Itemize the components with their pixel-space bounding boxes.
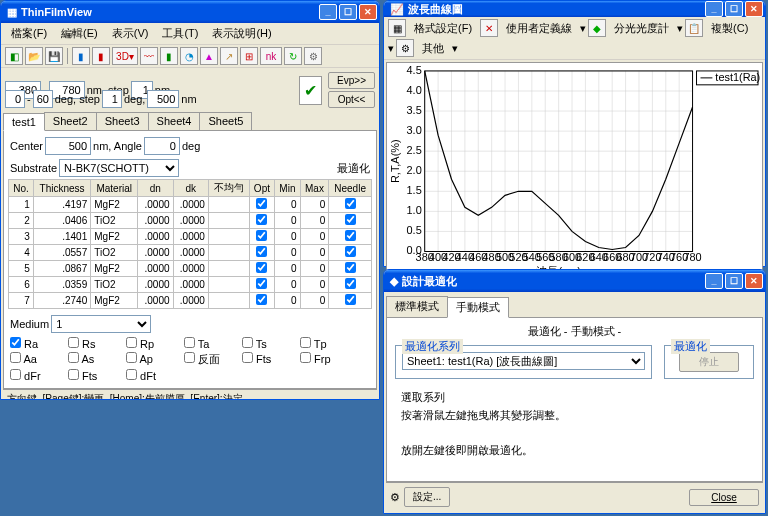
needle-check[interactable] — [345, 198, 356, 209]
tool-nk-icon[interactable]: nk — [260, 47, 282, 65]
table-row[interactable]: 2.0406TiO2.0000.000000 — [9, 213, 372, 229]
tool-arrow-icon[interactable]: ↗ — [220, 47, 238, 65]
output-check[interactable]: Aa — [10, 352, 58, 367]
opt-series-select[interactable]: Sheet1: test1(Ra) [波長曲線圖] — [402, 352, 645, 370]
col-header[interactable]: Min — [275, 180, 301, 197]
opt-check[interactable] — [256, 230, 267, 241]
opt-button[interactable]: Opt<< — [328, 91, 375, 108]
menu-edit[interactable]: 編輯(E) — [55, 25, 104, 42]
opt-minimize-button[interactable]: _ — [705, 273, 723, 289]
col-header[interactable]: Thickness — [33, 180, 90, 197]
substrate-select[interactable]: N-BK7(SCHOTT) — [59, 159, 179, 177]
col-header[interactable]: Max — [300, 180, 329, 197]
needle-check[interactable] — [345, 214, 356, 225]
output-check[interactable]: As — [68, 352, 116, 367]
opt-check[interactable] — [256, 294, 267, 305]
table-row[interactable]: 4.0557TiO2.0000.000000 — [9, 245, 372, 261]
tool-wave-icon[interactable]: 〰 — [140, 47, 158, 65]
tool-open-icon[interactable]: 📂 — [25, 47, 43, 65]
stop-button[interactable]: 停止 — [679, 352, 739, 372]
col-header[interactable]: dn — [138, 180, 173, 197]
chart-menu-userline[interactable]: 使用者定義線 — [500, 20, 578, 37]
tool-color-icon[interactable]: ▲ — [200, 47, 218, 65]
ang-end-input[interactable] — [33, 90, 53, 108]
tool-new-icon[interactable]: ◧ — [5, 47, 23, 65]
needle-check[interactable] — [345, 294, 356, 305]
chart-menu-other[interactable]: 其他 — [416, 40, 450, 57]
tool-graph-icon[interactable]: ◔ — [180, 47, 198, 65]
chart-other-icon[interactable]: ⚙ — [396, 39, 414, 57]
chart-minimize-button[interactable]: _ — [705, 1, 723, 17]
col-header[interactable]: No. — [9, 180, 34, 197]
output-check[interactable]: Fts — [242, 352, 290, 367]
opt-check[interactable] — [256, 262, 267, 273]
layer-table[interactable]: No.ThicknessMaterialdndk不均勻OptMinMaxNeed… — [8, 179, 372, 309]
output-check[interactable]: Ra — [10, 337, 58, 350]
chart-spectro-icon[interactable]: ◆ — [588, 19, 606, 37]
chart-format-icon[interactable]: ▦ — [388, 19, 406, 37]
col-header[interactable]: Material — [91, 180, 138, 197]
opt-check[interactable] — [256, 246, 267, 257]
tool-bar-icon[interactable]: ▮ — [160, 47, 178, 65]
tab-test1[interactable]: test1 — [3, 113, 45, 131]
opt-check[interactable] — [256, 278, 267, 289]
opt-close-button[interactable]: ✕ — [745, 273, 763, 289]
spectrum-chart[interactable]: 0.00.51.01.52.02.53.03.54.04.53804004204… — [386, 62, 763, 280]
output-check[interactable]: Tp — [300, 337, 348, 350]
tool-refresh-icon[interactable]: ↻ — [284, 47, 302, 65]
opt-check[interactable] — [256, 198, 267, 209]
tab-sheet5[interactable]: Sheet5 — [199, 112, 252, 130]
table-row[interactable]: 7.2740MgF2.0000.000000 — [9, 293, 372, 309]
needle-check[interactable] — [345, 278, 356, 289]
output-check[interactable]: Fts — [68, 369, 116, 382]
main-titlebar[interactable]: ▦ ThinFilmView _ ☐ ✕ — [1, 1, 379, 23]
tool-3d-icon[interactable]: 3D▾ — [112, 47, 138, 65]
chart-menu-copy[interactable]: 複製(C) — [705, 20, 754, 37]
tab-sheet2[interactable]: Sheet2 — [44, 112, 97, 130]
chart-menu-format[interactable]: 格式設定(F) — [408, 20, 478, 37]
output-check[interactable]: Rs — [68, 337, 116, 350]
menu-view[interactable]: 表示(V) — [106, 25, 155, 42]
tool-save-icon[interactable]: 💾 — [45, 47, 63, 65]
opt-close2-button[interactable]: Close — [689, 489, 759, 506]
medium-select[interactable]: 1 — [51, 315, 151, 333]
chart-titlebar[interactable]: 📈 波長曲線圖 _ ☐ ✕ — [384, 1, 765, 17]
close-button[interactable]: ✕ — [359, 4, 377, 20]
ang-start-input[interactable] — [5, 90, 25, 108]
output-check[interactable]: Ap — [126, 352, 174, 367]
tab-manual[interactable]: 手動模式 — [447, 297, 509, 318]
needle-check[interactable] — [345, 230, 356, 241]
col-header[interactable]: 不均勻 — [208, 180, 249, 197]
menu-file[interactable]: 檔案(F) — [5, 25, 53, 42]
tab-standard[interactable]: 標準模式 — [386, 296, 448, 317]
settings-button[interactable]: 設定... — [404, 487, 450, 507]
chart-maximize-button[interactable]: ☐ — [725, 1, 743, 17]
tool-chart2-icon[interactable]: ▮ — [92, 47, 110, 65]
center-input[interactable] — [45, 137, 91, 155]
evp-button[interactable]: Evp>> — [328, 72, 375, 89]
col-header[interactable]: Opt — [249, 180, 275, 197]
opt-check[interactable] — [256, 214, 267, 225]
menu-help[interactable]: 表示說明(H) — [206, 25, 277, 42]
table-row[interactable]: 6.0359TiO2.0000.000000 — [9, 277, 372, 293]
tool-gear-icon[interactable]: ⚙ — [304, 47, 322, 65]
output-check[interactable]: dFt — [126, 369, 174, 382]
menu-tools[interactable]: 工具(T) — [156, 25, 204, 42]
output-check[interactable]: Ta — [184, 337, 232, 350]
chart-copy-icon[interactable]: 📋 — [685, 19, 703, 37]
ang-step-input[interactable] — [102, 90, 122, 108]
opt-titlebar[interactable]: ◆ 設計最適化 _ ☐ ✕ — [384, 270, 765, 292]
tab-sheet4[interactable]: Sheet4 — [148, 112, 201, 130]
tool-sample-icon[interactable]: ⊞ — [240, 47, 258, 65]
table-row[interactable]: 5.0867MgF2.0000.000000 — [9, 261, 372, 277]
chart-close-button[interactable]: ✕ — [745, 1, 763, 17]
output-check[interactable]: Rp — [126, 337, 174, 350]
opt-maximize-button[interactable]: ☐ — [725, 273, 743, 289]
tab-sheet3[interactable]: Sheet3 — [96, 112, 149, 130]
col-header[interactable]: dk — [173, 180, 208, 197]
check-indicator[interactable]: ✔ — [299, 76, 322, 105]
maximize-button[interactable]: ☐ — [339, 4, 357, 20]
chart-menu-spectro[interactable]: 分光光度計 — [608, 20, 675, 37]
needle-check[interactable] — [345, 246, 356, 257]
output-check[interactable]: Ts — [242, 337, 290, 350]
